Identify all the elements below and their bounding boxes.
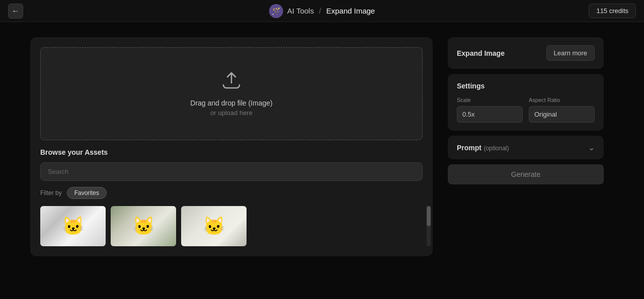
cat-icon-3: 🐱 <box>203 216 225 237</box>
prompt-label: Prompt <box>457 144 481 152</box>
cat-icon-1: 🐱 <box>62 216 85 237</box>
drop-zone[interactable]: Drag and drop file (Image) or upload her… <box>40 47 423 140</box>
settings-card: Settings Scale Aspect Ratio <box>448 74 604 131</box>
scale-input[interactable] <box>457 106 523 123</box>
right-panel: Expand Image Learn more Settings Scale A… <box>448 37 604 284</box>
prompt-optional-label: (optional) <box>484 145 509 152</box>
header-center: 🪄 AI Tools / Expand Image <box>269 4 375 18</box>
info-card: Expand Image Learn more <box>448 37 604 69</box>
cat-icon-2: 🐱 <box>132 216 155 237</box>
ai-tools-icon: 🪄 <box>269 4 283 18</box>
left-panel: Drag and drop file (Image) or upload her… <box>30 37 433 284</box>
ai-tools-icon-glyph: 🪄 <box>272 7 280 15</box>
prompt-card[interactable]: Prompt (optional) ⌄ <box>448 136 604 159</box>
upload-card: Drag and drop file (Image) or upload her… <box>30 37 433 256</box>
breadcrumb-separator: / <box>319 7 321 15</box>
asset-grid: 🐱 🐱 🐱 <box>40 206 423 246</box>
aspect-ratio-label: Aspect Ratio <box>529 97 595 103</box>
credits-badge: 115 credits <box>589 4 636 18</box>
search-input[interactable] <box>40 162 423 181</box>
asset-thumbnail-2[interactable]: 🐱 <box>111 206 176 246</box>
header-title: AI Tools / Expand Image <box>287 7 375 15</box>
filter-bar: Filter by Favorites <box>40 187 423 199</box>
header-left: ← <box>8 4 23 19</box>
expand-image-title: Expand Image <box>457 49 505 57</box>
ai-tools-label: AI Tools <box>287 7 314 15</box>
drop-zone-title: Drag and drop file (Image) <box>190 99 272 107</box>
header: ← 🪄 AI Tools / Expand Image 115 credits <box>0 0 644 22</box>
chevron-down-icon: ⌄ <box>588 143 595 152</box>
generate-button[interactable]: Generate <box>448 164 604 184</box>
aspect-ratio-field: Aspect Ratio <box>529 97 595 123</box>
asset-thumbnail-3[interactable]: 🐱 <box>181 206 247 246</box>
learn-more-button[interactable]: Learn more <box>546 45 595 61</box>
asset-thumbnail-1[interactable]: 🐱 <box>40 206 106 246</box>
upload-icon <box>221 71 242 93</box>
drop-zone-subtitle: or upload here <box>210 109 253 117</box>
search-wrapper <box>40 162 423 181</box>
scale-field: Scale <box>457 97 523 123</box>
scrollbar-thumb[interactable] <box>427 206 431 226</box>
back-button[interactable]: ← <box>8 4 23 19</box>
filter-label: Filter by <box>40 189 62 196</box>
aspect-ratio-input[interactable] <box>529 106 595 123</box>
settings-row: Scale Aspect Ratio <box>457 97 595 123</box>
browse-assets-title: Browse your Assets <box>40 148 423 156</box>
prompt-title-wrapper: Prompt (optional) <box>457 143 509 152</box>
page-title: Expand Image <box>326 7 375 15</box>
favorites-filter-chip[interactable]: Favorites <box>67 187 107 199</box>
settings-title: Settings <box>457 82 595 90</box>
scale-label: Scale <box>457 97 523 103</box>
scrollbar-track[interactable] <box>427 206 431 246</box>
main-content: Drag and drop file (Image) or upload her… <box>0 22 644 299</box>
